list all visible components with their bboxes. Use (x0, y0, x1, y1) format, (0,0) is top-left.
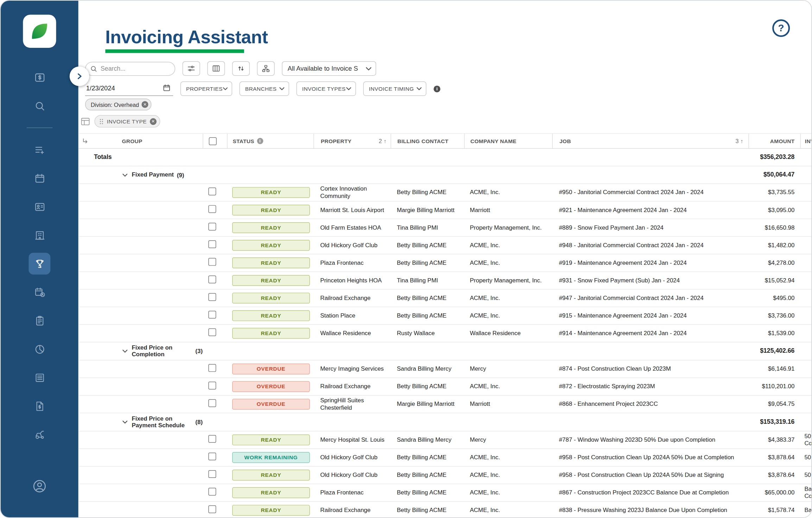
row-checkbox[interactable] (208, 382, 216, 390)
column-header-job[interactable]: JOB (559, 138, 571, 144)
column-header-billing-contact[interactable]: BILLING CONTACT (397, 138, 448, 144)
company-name-cell: Marriott (464, 206, 552, 213)
sidebar-item-invoice-doc[interactable] (28, 395, 50, 417)
sidebar-item-mower[interactable] (28, 424, 50, 446)
invoice-row[interactable]: READY Plaza Frontenac Betty Billing ACME… (78, 484, 812, 502)
collapse-all-icon[interactable] (82, 138, 89, 144)
row-checkbox[interactable] (208, 241, 216, 248)
row-checkbox[interactable] (208, 364, 216, 372)
row-checkbox[interactable] (208, 505, 216, 513)
status-info-icon[interactable]: i (257, 138, 263, 144)
job-cell: #931 - Snow Fixed Payment (Sub) Jan - 20… (552, 277, 749, 284)
app-logo[interactable] (23, 15, 56, 48)
row-checkbox[interactable] (208, 258, 216, 266)
invoice-types-filter-dropdown[interactable]: INVOICE TYPES (296, 82, 356, 96)
job-cell: #867 - Construction Project 2023CC Balan… (552, 489, 749, 496)
invoice-row[interactable]: READY Railroad Exchange Betty Billing AC… (78, 502, 812, 518)
sidebar-item-account[interactable] (28, 475, 50, 497)
sidebar-item-calendar[interactable] (28, 167, 50, 189)
info-icon[interactable]: i (434, 85, 440, 92)
status-badge: READY (232, 470, 310, 481)
filter-settings-button[interactable] (183, 61, 200, 76)
row-checkbox[interactable] (208, 293, 216, 301)
column-header-property[interactable]: PROPERTY (321, 138, 351, 144)
sort-button[interactable] (232, 61, 250, 76)
invoice-row[interactable]: READY Wallace Residence Rusty Wallace Wa… (78, 325, 812, 342)
filter-label: BRANCHES (245, 85, 279, 92)
leaf-logo-icon (28, 20, 51, 43)
sidebar-item-building[interactable] (28, 224, 50, 246)
help-button[interactable]: ? (772, 19, 790, 37)
columns-button[interactable] (207, 61, 225, 76)
invoice-row[interactable]: READY Station Place Betty Billing ACME A… (78, 307, 812, 325)
sidebar-item-trophy[interactable] (28, 253, 50, 275)
group-collapse-chevron[interactable] (122, 350, 128, 353)
invoice-row[interactable]: READY Old Hickory Golf Club Betty Billin… (78, 237, 812, 254)
invoice-row[interactable]: READY Cortex Innovation Community Betty … (78, 184, 812, 202)
invoice-timing-filter-dropdown[interactable]: INVOICE TIMING (363, 82, 426, 96)
property-cell: Princeton Heights HOA (313, 277, 391, 284)
branches-filter-dropdown[interactable]: BRANCHES (240, 82, 289, 96)
column-header-company-name[interactable]: COMPANY NAME (470, 138, 516, 144)
invoice-row[interactable]: READY Old Hickory Golf Club Betty Billin… (78, 467, 812, 484)
sidebar-item-pie-chart[interactable] (28, 338, 50, 360)
row-checkbox[interactable] (208, 435, 216, 443)
row-checkbox[interactable] (208, 470, 216, 478)
column-header-group[interactable]: GROUP (122, 138, 142, 144)
close-icon[interactable]: ✕ (150, 118, 157, 124)
invoice-row[interactable]: READY Railroad Exchange Betty Billing AC… (78, 289, 812, 307)
invoice-row[interactable]: OVERDUE Railroad Exchange Betty Billing … (78, 378, 812, 396)
sidebar-item-report[interactable] (28, 367, 50, 389)
row-checkbox[interactable] (208, 328, 216, 336)
row-checkbox[interactable] (208, 453, 216, 460)
sidebar-expand-button[interactable] (70, 66, 89, 86)
row-checkbox[interactable] (208, 399, 216, 407)
division-filter-chip[interactable]: Division: Overhead ✕ (85, 98, 151, 110)
sidebar-item-search[interactable] (28, 95, 50, 117)
invoice-row[interactable]: READY Princeton Heights HOA Tina Billing… (78, 272, 812, 289)
sidebar-item-dollar-card[interactable] (28, 66, 50, 88)
row-checkbox[interactable] (208, 223, 216, 231)
invoice-row[interactable]: OVERDUE SpringHill Suites Chesterfield M… (78, 396, 812, 413)
view-selector-dropdown[interactable]: All Available to Invoice S (282, 61, 376, 76)
property-sort-indicator: 2↑ (379, 138, 386, 144)
invoice-row[interactable]: WORK REMAINING Old Hickory Golf Club Bet… (78, 449, 812, 467)
sidebar-item-list-add[interactable] (28, 139, 50, 161)
row-checkbox[interactable] (208, 188, 216, 196)
sidebar-item-calendar-clock[interactable] (28, 281, 50, 303)
invoice-row[interactable]: READY Old Farm Estates HOA Tina Billing … (78, 219, 812, 237)
row-checkbox[interactable] (208, 488, 216, 495)
group-header-row[interactable]: Fixed Price on Payment Schedule (8) $153… (78, 413, 812, 431)
date-input[interactable]: 1/23/2024 (85, 82, 173, 96)
sidebar-item-contact-card[interactable] (28, 196, 50, 218)
select-all-checkbox[interactable] (209, 137, 217, 145)
row-checkbox[interactable] (208, 311, 216, 319)
pie-chart-icon (33, 343, 45, 355)
invoice-row[interactable]: READY Marriott St. Louis Airport Margie … (78, 202, 812, 219)
group-collapse-chevron[interactable] (122, 173, 128, 177)
invoice-row[interactable]: OVERDUE Mercy Imaging Services Sandra Bi… (78, 360, 812, 378)
grouping-table-icon[interactable] (81, 117, 90, 125)
properties-filter-dropdown[interactable]: PROPERTIES (180, 82, 232, 96)
group-by-chip[interactable]: INVOICE TYPE ✕ (94, 115, 160, 127)
close-icon[interactable]: ✕ (141, 101, 148, 108)
row-checkbox[interactable] (208, 276, 216, 283)
column-header-status[interactable]: STATUS (233, 138, 254, 144)
billing-contact-cell: Betty Billing ACME (391, 472, 464, 479)
company-name-cell: Marriott (464, 401, 552, 408)
building-icon (33, 229, 45, 241)
job-sort-indicator: 3↑ (736, 138, 743, 144)
group-header-row[interactable]: Fixed Price on Completion (3) $125,402.6… (78, 342, 812, 360)
row-checkbox[interactable] (208, 205, 216, 213)
column-header-amount[interactable]: AMOUNT (770, 138, 795, 144)
search-input[interactable] (85, 62, 175, 76)
group-header-row[interactable]: Fixed Payment (9) $50,064.47 (78, 166, 812, 184)
property-cell: Old Farm Estates HOA (313, 224, 391, 231)
invoice-row[interactable]: READY Mercy Hospital St. Louis Sandra Bi… (78, 431, 812, 449)
chevron-down-icon (366, 67, 372, 70)
invoice-row[interactable]: READY Plaza Frontenac Betty Billing ACME… (78, 254, 812, 272)
hierarchy-button[interactable] (257, 61, 275, 76)
sidebar-item-clipboard[interactable] (28, 310, 50, 332)
group-collapse-chevron[interactable] (122, 421, 128, 424)
column-header-invoice[interactable]: INV (805, 138, 812, 144)
